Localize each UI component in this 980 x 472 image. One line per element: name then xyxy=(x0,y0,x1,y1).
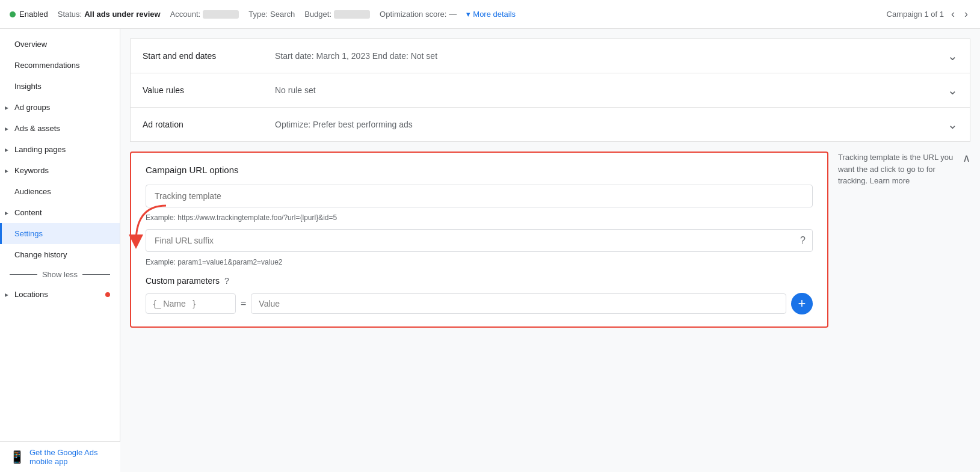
value-rules-label: Value rules xyxy=(143,85,275,95)
tip-text: Tracking template is the URL you want th… xyxy=(838,152,958,187)
value-rules-chevron[interactable]: ⌄ xyxy=(948,83,958,97)
final-url-suffix-input[interactable] xyxy=(146,229,813,252)
url-options-title: Campaign URL options xyxy=(146,165,813,175)
mobile-link-label: Get the Google Ads mobile app xyxy=(29,448,111,466)
campaign-prev-button[interactable]: ‹ xyxy=(949,5,957,23)
final-url-help-icon[interactable]: ? xyxy=(800,235,806,246)
url-options-relative: Campaign URL options Example: https://ww… xyxy=(130,152,828,328)
status-item: Status: All ads under review xyxy=(58,10,161,19)
sidebar-item-ads-assets[interactable]: Ads & assets xyxy=(0,118,120,139)
tracking-example: Example: https://www.trackingtemplate.fo… xyxy=(146,213,813,222)
sidebar-item-settings[interactable]: Settings xyxy=(0,223,120,244)
tip-header: Tracking template is the URL you want th… xyxy=(838,152,970,187)
add-param-button[interactable]: + xyxy=(791,293,813,314)
account-item: Account: xyxy=(170,10,239,19)
campaign-next-button[interactable]: › xyxy=(962,5,970,23)
ad-rotation-label: Ad rotation xyxy=(143,120,275,129)
tip-collapse-button[interactable]: ∧ xyxy=(963,150,970,167)
start-end-chevron[interactable]: ⌄ xyxy=(948,49,958,63)
final-url-example: Example: param1=value1&param2=value2 xyxy=(146,258,813,266)
sidebar-item-audiences[interactable]: Audiences xyxy=(0,181,120,202)
url-options-wrapper: Campaign URL options Example: https://ww… xyxy=(130,152,970,328)
row-ad-rotation: Ad rotation Optimize: Prefer best perfor… xyxy=(131,108,970,141)
value-rules-value: No rule set xyxy=(275,85,948,95)
param-value-input[interactable] xyxy=(251,293,786,314)
sidebar-item-keywords[interactable]: Keywords xyxy=(0,160,120,181)
sidebar-item-landing-pages[interactable]: Landing pages xyxy=(0,139,120,160)
campaign-nav: Campaign 1 of 1 ‹ › xyxy=(887,5,970,23)
ad-rotation-chevron[interactable]: ⌄ xyxy=(948,117,958,132)
campaign-nav-label: Campaign 1 of 1 xyxy=(887,10,944,19)
account-value-blurred xyxy=(203,10,239,19)
top-bar: Enabled Status: All ads under review Acc… xyxy=(0,0,980,29)
show-less-button[interactable]: Show less xyxy=(0,265,120,284)
divider-left xyxy=(10,274,37,275)
optimization-value: — xyxy=(449,10,457,19)
settings-rows-box: Start and end dates Start date: March 1,… xyxy=(130,38,970,142)
chevron-down-icon: ▾ xyxy=(466,10,470,19)
ad-rotation-value: Optimize: Prefer best performing ads xyxy=(275,120,948,129)
equals-sign: = xyxy=(241,298,246,309)
mobile-app-link[interactable]: 📱 Get the Google Ads mobile app xyxy=(0,441,120,472)
type-item: Type: Search xyxy=(248,10,295,19)
custom-params-label: Custom parameters ? xyxy=(146,276,813,286)
sidebar-item-insights[interactable]: Insights xyxy=(0,76,120,97)
budget-item: Budget: xyxy=(304,10,370,19)
mobile-icon: 📱 xyxy=(10,450,25,464)
sidebar-item-recommendations[interactable]: Recommendations xyxy=(0,55,120,76)
start-end-value: Start date: March 1, 2023 End date: Not … xyxy=(275,51,948,61)
status-enabled: Enabled xyxy=(10,10,48,19)
more-details-button[interactable]: ▾ More details xyxy=(466,10,516,19)
sidebar-item-overview[interactable]: Overview xyxy=(0,34,120,55)
main-layout: Overview Recommendations Insights Ad gro… xyxy=(0,29,980,472)
type-value: Search xyxy=(270,10,295,19)
status-value: All ads under review xyxy=(84,10,160,19)
row-value-rules: Value rules No rule set ⌄ xyxy=(131,73,970,108)
tracking-template-input[interactable] xyxy=(146,185,813,207)
row-start-end: Start and end dates Start date: March 1,… xyxy=(131,39,970,73)
divider-right xyxy=(82,274,110,275)
sidebar-item-change-history[interactable]: Change history xyxy=(0,244,120,265)
budget-value-blurred xyxy=(334,10,370,19)
tracking-tip-box: Tracking template is the URL you want th… xyxy=(838,152,970,187)
sidebar-item-adgroups[interactable]: Ad groups xyxy=(0,97,120,118)
green-dot-icon xyxy=(10,11,16,17)
url-options-box: Campaign URL options Example: https://ww… xyxy=(130,152,828,328)
sidebar-item-locations[interactable]: Locations xyxy=(0,284,120,305)
custom-params-row: = + xyxy=(146,293,813,314)
start-end-label: Start and end dates xyxy=(143,51,275,61)
final-url-suffix-wrap: ? xyxy=(146,229,813,252)
location-dot xyxy=(105,292,110,297)
sidebar: Overview Recommendations Insights Ad gro… xyxy=(0,29,120,472)
show-less-label: Show less xyxy=(42,270,78,279)
optimization-item: Optimization score: — xyxy=(380,10,457,19)
status-enabled-label: Enabled xyxy=(19,10,48,19)
param-name-input[interactable] xyxy=(146,293,236,314)
tip-learn-more-link[interactable]: Learn more xyxy=(870,176,910,185)
custom-params-help-icon[interactable]: ? xyxy=(224,276,229,286)
content-area: Start and end dates Start date: March 1,… xyxy=(120,29,980,472)
sidebar-item-content[interactable]: Content xyxy=(0,202,120,223)
